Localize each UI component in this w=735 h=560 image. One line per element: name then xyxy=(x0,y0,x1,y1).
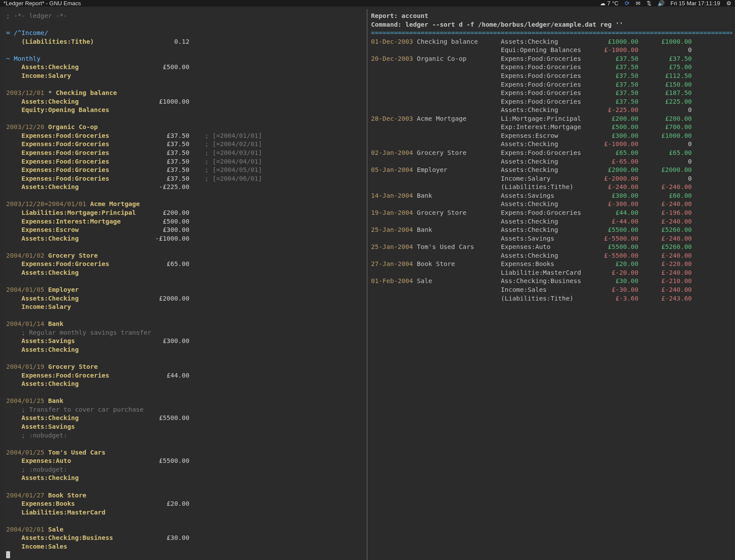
ledger-report-buffer[interactable]: Report: account Command: ledger --sort d… xyxy=(368,9,732,305)
window-title: *Ledger Report* - GNU Emacs xyxy=(4,0,81,7)
clock[interactable]: Fri 15 Mar 17:11:19 xyxy=(671,0,720,7)
network-icon[interactable]: ⇅ xyxy=(647,0,651,7)
volume-icon[interactable]: 🔊 xyxy=(658,0,665,7)
emacs-frame: ; -*- ledger -*- = /^Income/ (Liabilitie… xyxy=(0,7,735,560)
right-pane[interactable]: Report: account Command: ledger --sort d… xyxy=(368,9,732,560)
mail-icon[interactable]: ✉ xyxy=(636,0,640,7)
refresh-icon[interactable]: ⟳ xyxy=(625,0,630,7)
weather-indicator[interactable]: ☁ 7 °C xyxy=(600,0,618,7)
left-pane[interactable]: ; -*- ledger -*- = /^Income/ (Liabilitie… xyxy=(3,9,368,560)
system-tray: ☁ 7 °C ⟳ ✉ ⇅ 🔊 Fri 15 Mar 17:11:19 ⚙ xyxy=(600,0,732,7)
ledger-source-buffer[interactable]: ; -*- ledger -*- = /^Income/ (Liabilitie… xyxy=(3,9,367,560)
top-panel: *Ledger Report* - GNU Emacs ☁ 7 °C ⟳ ✉ ⇅… xyxy=(0,0,735,7)
settings-gear-icon[interactable]: ⚙ xyxy=(726,0,732,7)
